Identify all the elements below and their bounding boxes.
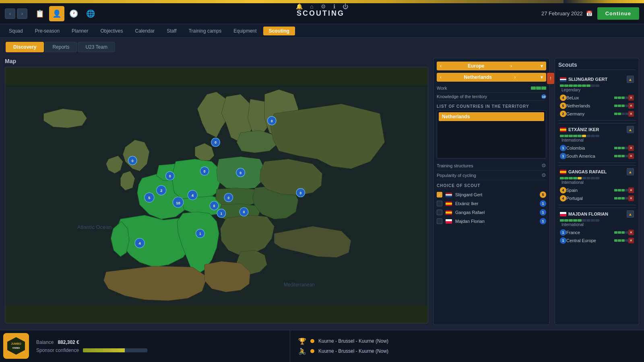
etxaniz-checkbox[interactable]	[437, 201, 442, 206]
sa-remove-btn[interactable]: ✕	[628, 153, 634, 159]
gangas-skills: International	[558, 176, 636, 186]
tab-equipment[interactable]: Equipment	[228, 27, 262, 35]
netherlands-selector[interactable]: ‹ Netherlands › ▾ !	[437, 73, 546, 82]
svg-text:0: 0	[228, 196, 230, 200]
etxaniz-expand-btn[interactable]: ▲	[627, 126, 634, 133]
europe-label: Europe	[468, 63, 484, 69]
tab-scouting[interactable]: Scouting	[263, 27, 295, 35]
etxaniz-panel-flag	[560, 128, 566, 132]
globe-icon-btn[interactable]: 🌐	[83, 6, 98, 21]
sub-tab-discovery[interactable]: Discovery	[6, 42, 44, 52]
tab-squad[interactable]: Squad	[3, 27, 29, 35]
nl-remove-btn[interactable]: ✕	[628, 103, 634, 109]
tab-preseason[interactable]: Pre-season	[29, 27, 65, 35]
majdan-name: Majdan Florian	[455, 219, 485, 224]
ce-remove-btn[interactable]: ✕	[628, 238, 634, 243]
scout-region-spain: 4 Spain ✕	[558, 186, 636, 194]
choice-majdan: Majdan Florian 1	[437, 217, 546, 226]
europe-next-arrow[interactable]: ›	[510, 63, 512, 69]
scout-slijngard-header: SLIJNGARD GERT ▲	[558, 73, 636, 84]
sub-tab-u23[interactable]: U23 Team	[78, 42, 115, 52]
calendar-icon[interactable]: 📅	[586, 10, 592, 16]
gangas-flag	[446, 210, 452, 215]
sa-name: South America	[566, 154, 595, 158]
svg-text:1: 1	[199, 232, 201, 236]
slijngard-level: Legendary	[560, 87, 634, 93]
svg-marker-38	[7, 337, 25, 355]
etxaniz-num: 1	[540, 200, 546, 207]
popularity-row: Popularity of cycling ⚙	[437, 171, 546, 180]
majdan-checkbox[interactable]	[437, 218, 442, 224]
portugal-bar	[614, 197, 628, 200]
scout-region-colombia: 1 Colombia ✕	[558, 144, 636, 152]
scout-region-nl: 5 Netherlands ✕	[558, 102, 636, 110]
scout-divider-2	[558, 162, 636, 163]
training-gear-icon: ⚙	[541, 162, 546, 169]
nl-region-name: Netherlands	[566, 103, 590, 108]
svg-text:10: 10	[176, 201, 180, 205]
europe-chevron-down[interactable]: ▾	[541, 63, 543, 69]
info-icon[interactable]: ℹ	[333, 3, 335, 10]
nl-chevron-down[interactable]: ▾	[541, 74, 543, 80]
svg-text:0: 0	[204, 169, 206, 173]
portugal-remove-btn[interactable]: ✕	[628, 195, 634, 201]
scout-region-portugal: 4 Portugal ✕	[558, 194, 636, 202]
spain-remove-btn[interactable]: ✕	[628, 187, 634, 193]
belux-name: BeLux	[566, 95, 579, 100]
knowledge-row: Knowledge of the territory 10	[437, 93, 546, 101]
tab-training-camps[interactable]: Training camps	[183, 27, 227, 35]
europe-map: 10 2 4 5	[5, 67, 428, 323]
france-remove-btn[interactable]: ✕	[628, 230, 634, 235]
clock-icon-btn[interactable]: 🕐	[66, 6, 81, 21]
nav-prev-btn[interactable]: ‹	[5, 8, 15, 19]
colombia-name: Colombia	[566, 146, 585, 150]
bell-icon[interactable]: 🔔	[296, 3, 303, 10]
country-item-netherlands[interactable]: Netherlands	[439, 112, 544, 121]
map-section: Map	[5, 58, 428, 325]
gangas-num: 1	[540, 209, 546, 216]
squad-icon-btn[interactable]: 📋	[32, 6, 47, 21]
continue-button[interactable]: Continue	[597, 7, 639, 20]
spain-badge: 4	[560, 187, 566, 193]
power-icon[interactable]: ⏻	[343, 3, 348, 10]
nav-next-btn[interactable]: ›	[17, 8, 27, 19]
gangas-expand-btn[interactable]: ▲	[627, 168, 634, 175]
de-remove-btn[interactable]: ✕	[628, 111, 634, 117]
event-text-1: Kuurne - Brussel - Kuurne (Now)	[318, 338, 388, 344]
scout-majdan-name: MAJDAN FLORIAN	[560, 212, 608, 216]
belux-badge: 4	[560, 95, 566, 101]
tab-planner[interactable]: Planner	[66, 27, 94, 35]
belux-remove-btn[interactable]: ✕	[628, 95, 634, 101]
tab-staff[interactable]: Staff	[161, 27, 182, 35]
confidence-label: Sponsor confidence	[36, 348, 79, 353]
svg-text:1: 1	[221, 212, 223, 216]
alert-icon: !	[547, 73, 554, 84]
scouting-icon-btn[interactable]: 👤	[49, 6, 64, 21]
gear-icon[interactable]: ⚙	[321, 3, 326, 10]
europe-prev-arrow[interactable]: ‹	[440, 63, 442, 69]
training-row: Training structures ⚙	[437, 161, 546, 171]
countries-list: Netherlands	[437, 110, 546, 158]
event-item-2: 🚴 Kuurne - Brussel - Kuurne (Now)	[298, 348, 636, 355]
slijngard-expand-btn[interactable]: ▲	[627, 76, 634, 83]
tab-calendar[interactable]: Calendar	[129, 27, 160, 35]
majdan-num: 1	[540, 218, 546, 224]
gangas-checkbox[interactable]	[437, 210, 442, 215]
home-icon[interactable]: ⌂	[310, 3, 313, 10]
cycling-icon: 🚴	[298, 348, 306, 355]
nl-prev-arrow[interactable]: ‹	[440, 74, 442, 80]
colombia-remove-btn[interactable]: ✕	[628, 145, 634, 151]
sub-tab-reports[interactable]: Reports	[45, 42, 77, 52]
slijngard-panel-flag	[560, 77, 566, 82]
tab-objectives[interactable]: Objectives	[95, 27, 128, 35]
top-icon-bar: 🔔 ⌂ ⚙ ℹ ⏻	[296, 3, 348, 10]
event-item-1: 🏆 Kuurne - Brussel - Kuurne (Now)	[298, 337, 636, 345]
majdan-expand-btn[interactable]: ▲	[627, 210, 634, 218]
work-row: Work	[437, 84, 546, 93]
sub-tabs: Discovery Reports U23 Team	[0, 38, 644, 55]
slijngard-checkbox[interactable]: ✓	[437, 192, 442, 197]
event-dot-2	[310, 349, 314, 353]
nl-next-arrow[interactable]: ›	[514, 74, 516, 80]
balance-row: Balance 882,302 €	[36, 339, 147, 345]
europe-selector[interactable]: ‹ Europe › ▾	[437, 62, 546, 70]
